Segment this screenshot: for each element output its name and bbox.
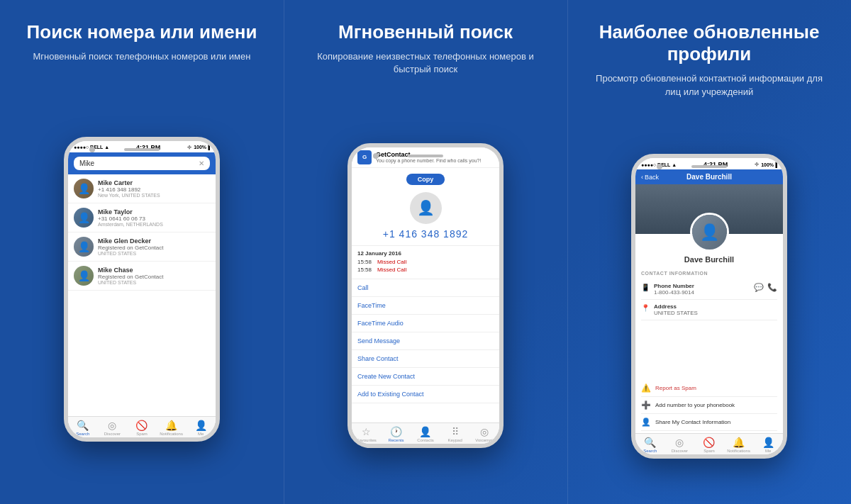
phone1-status-icons: ⊹ 100%▐ bbox=[187, 145, 210, 150]
action-facetime[interactable]: FaceTime bbox=[352, 297, 499, 315]
recents-icon: 🕐 bbox=[390, 426, 402, 437]
address-field-value: UNITED STATES bbox=[654, 310, 777, 316]
share-contact-text: Share My Contact Information bbox=[655, 419, 730, 425]
phone-field-content: Phone Number 1-800-433-9014 bbox=[654, 283, 750, 296]
nav3-discover[interactable]: ◎ Discover bbox=[665, 437, 695, 453]
action-call[interactable]: Call bbox=[352, 279, 499, 297]
address-field-content: Address UNITED STATES bbox=[654, 303, 777, 316]
nav1-notifications[interactable]: 🔔 Notifications bbox=[157, 420, 187, 436]
phone2-action-list: Call FaceTime FaceTime Audio Send Messag… bbox=[352, 279, 499, 422]
phone1: ●●●●○ BELL ▲ 4:21 PM ⊹ 100%▐ Mike ✕ bbox=[64, 137, 220, 442]
phone2-avatar: 👤 bbox=[410, 192, 442, 224]
phone1-search-bar[interactable]: Mike ✕ bbox=[68, 152, 216, 174]
phone2-header-title: GetContact bbox=[376, 151, 481, 158]
report-spam-row[interactable]: ⚠️ Report as Spam bbox=[641, 380, 777, 397]
phone-field-value: 1-800-433-9014 bbox=[654, 289, 750, 296]
phone1-search-input[interactable]: Mike ✕ bbox=[74, 157, 210, 170]
action-share-contact[interactable]: Share Contact bbox=[352, 350, 499, 368]
nav3-me[interactable]: 👤 Me bbox=[753, 437, 783, 453]
phone3-actions: ⚠️ Report as Spam ➕ Add number to your p… bbox=[635, 378, 783, 433]
add-phonebook-row[interactable]: ➕ Add number to your phonebook bbox=[641, 397, 777, 414]
search-nav-icon: 🔍 bbox=[77, 420, 89, 431]
nav1-discover[interactable]: ◎ Discover bbox=[98, 420, 128, 436]
phone1-wrapper: ●●●●○ BELL ▲ 4:21 PM ⊹ 100%▐ Mike ✕ bbox=[0, 74, 284, 504]
nav2-favourites[interactable]: ☆ Favourites bbox=[352, 426, 382, 442]
action-facetime-audio[interactable]: FaceTime Audio bbox=[352, 315, 499, 332]
contact-info-mt: Mike Taylor +31 0641 60 06 73 Amsterdam,… bbox=[98, 208, 210, 227]
action-create-contact[interactable]: Create New Contact bbox=[352, 368, 499, 386]
add-phonebook-icon: ➕ bbox=[641, 401, 651, 410]
nav3-discover-icon: ◎ bbox=[675, 437, 684, 448]
phone3-nav-header: ‹ Back Dave Burchill bbox=[635, 169, 783, 184]
contact-name-mgd: Mike Glen Decker bbox=[98, 237, 210, 245]
contact-item-mgd[interactable]: 👤 Mike Glen Decker Registered on GetCont… bbox=[68, 233, 216, 262]
notifications-nav-icon: 🔔 bbox=[165, 420, 177, 431]
back-button[interactable]: ‹ Back bbox=[641, 174, 659, 181]
action-send-message[interactable]: Send Message bbox=[352, 332, 499, 350]
phone3-status-icons: ⊹ 100%▐ bbox=[755, 162, 777, 167]
section-divider-2 bbox=[567, 0, 568, 504]
phone1-carrier: ●●●●○ BELL ▲ bbox=[74, 145, 109, 150]
call-time-1: 15:58 bbox=[357, 259, 372, 265]
contact-phone-mch: Registered on GetContact bbox=[98, 274, 210, 280]
phone3-status-bar: ●●●●○ BELL ▲ 4:21 PM ⊹ 100%▐ bbox=[635, 158, 783, 169]
call-time-2: 15:58 bbox=[357, 267, 372, 273]
nav2-keypad-label: Keypad bbox=[447, 438, 462, 442]
call-entry-2: 15:58 Missed Call bbox=[357, 267, 494, 273]
nav2-recents[interactable]: 🕐 Recents bbox=[382, 426, 411, 442]
phone3-time: 4:21 PM bbox=[703, 161, 728, 168]
nav1-search[interactable]: 🔍 Search bbox=[68, 420, 98, 436]
message-icon[interactable]: 💬 bbox=[754, 283, 764, 292]
section1-subtitle: Мгновенный поиск телефонных номеров или … bbox=[12, 50, 272, 63]
avatar-mike-glen-decker: 👤 bbox=[74, 237, 94, 257]
profile-contact-name: Dave Burchill bbox=[635, 255, 783, 264]
contact-info-mgd: Mike Glen Decker Registered on GetContac… bbox=[98, 237, 210, 256]
keypad-icon: ⠿ bbox=[452, 426, 459, 437]
phone-field-icon: 📱 bbox=[641, 284, 650, 291]
contact-phone-mc: +1 416 348 1892 bbox=[98, 186, 210, 193]
nav2-voicemail[interactable]: ◎ Voicemail bbox=[469, 426, 499, 442]
voicemail-icon: ◎ bbox=[480, 426, 489, 437]
nav2-contacts[interactable]: 👤 Contacts bbox=[411, 426, 440, 442]
phone2-bottom-nav: ☆ Favourites 🕐 Recents 👤 Contacts ⠿ Keyp… bbox=[352, 422, 499, 444]
copy-button[interactable]: Copy bbox=[406, 174, 445, 185]
nav2-favourites-label: Favourites bbox=[357, 438, 377, 442]
phone3-profile-photo: 👤 bbox=[635, 184, 783, 234]
getcontact-logo: G bbox=[357, 150, 372, 164]
section2-subtitle: Копирование неизвестных телефонных номер… bbox=[284, 50, 567, 76]
avatar-dave-burchill: 👤 bbox=[690, 213, 729, 252]
phone2-wrapper: G GetContact You copy a phone number. Fi… bbox=[284, 87, 567, 504]
nav1-notifications-label: Notifications bbox=[160, 432, 183, 436]
contact-item-mc[interactable]: 👤 Mike Carter +1 416 348 1892 New York, … bbox=[68, 174, 216, 203]
phone1-search-clear[interactable]: ✕ bbox=[199, 159, 204, 167]
nav1-spam-label: Spam bbox=[136, 432, 148, 436]
section-instant-search: Мгновенный поиск Копирование неизвестных… bbox=[284, 0, 567, 504]
nav2-voicemail-label: Voicemail bbox=[475, 438, 494, 442]
phone1-search-value: Mike bbox=[79, 159, 94, 167]
phone3-carrier: ●●●●○ BELL ▲ bbox=[641, 162, 677, 167]
bluetooth-icon: ⊹ bbox=[187, 145, 191, 150]
phone2-screen: G GetContact You copy a phone number. Fi… bbox=[352, 147, 499, 444]
nav2-recents-label: Recents bbox=[388, 438, 404, 442]
share-contact-row[interactable]: 👤 Share My Contact Information bbox=[641, 414, 777, 431]
phone2-call-log: 12 January 2016 15:58 Missed Call 15:58 … bbox=[352, 246, 499, 279]
nav2-keypad[interactable]: ⠿ Keypad bbox=[440, 426, 470, 442]
phone3: ●●●●○ BELL ▲ 4:21 PM ⊹ 100%▐ ‹ Back Dave… bbox=[631, 154, 787, 459]
call-icon[interactable]: 📞 bbox=[767, 283, 777, 292]
nav1-me[interactable]: 👤 Me bbox=[186, 420, 216, 436]
phone2: G GetContact You copy a phone number. Fi… bbox=[347, 143, 504, 448]
report-spam-text: Report as Spam bbox=[655, 385, 696, 391]
phone1-time: 4:21 PM bbox=[136, 144, 160, 151]
nav3-search[interactable]: 🔍 Search bbox=[635, 437, 665, 453]
nav1-spam[interactable]: 🚫 Spam bbox=[127, 420, 157, 436]
contact-phone-mt: +31 0641 60 06 73 bbox=[98, 215, 210, 222]
contact-item-mch[interactable]: 👤 Mike Chase Registered on GetContact UN… bbox=[68, 262, 216, 291]
nav2-contacts-label: Contacts bbox=[417, 438, 434, 442]
contact-item-mt[interactable]: 👤 Mike Taylor +31 0641 60 06 73 Amsterda… bbox=[68, 203, 216, 233]
section2-title: Мгновенный поиск bbox=[324, 21, 527, 43]
nav3-notifications[interactable]: 🔔 Notifications bbox=[724, 437, 754, 453]
battery-icon: 100%▐ bbox=[194, 145, 210, 150]
nav3-me-label: Me bbox=[765, 449, 771, 453]
action-add-existing[interactable]: Add to Existing Contact bbox=[352, 386, 499, 403]
nav3-spam[interactable]: 🚫 Spam bbox=[694, 437, 724, 453]
